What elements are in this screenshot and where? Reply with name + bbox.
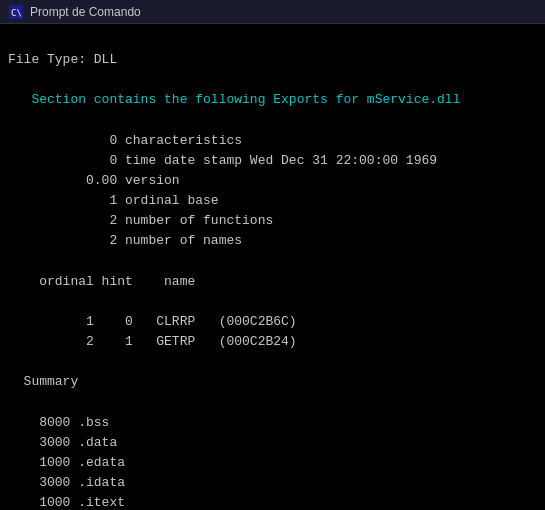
console-area: File Type: DLL Section contains the foll…: [0, 24, 545, 510]
export-row-2: 2 1 GETRP (000C2B24): [8, 332, 537, 352]
export-row-1: 1 0 CLRRP (000C2B6C): [8, 312, 537, 332]
blank-line-6: [8, 352, 537, 372]
timestamp-line: 0 time date stamp Wed Dec 31 22:00:00 19…: [8, 151, 537, 171]
exports-header: Section contains the following Exports f…: [8, 90, 537, 110]
title-bar: C\ Prompt de Comando: [0, 0, 545, 24]
ordinal-base-line: 1 ordinal base: [8, 191, 537, 211]
characteristics-line: 0 characteristics: [8, 131, 537, 151]
blank-line-5: [8, 292, 537, 312]
cmd-icon: C\: [8, 4, 24, 20]
data-line: 3000 .data: [8, 433, 537, 453]
summary-header: Summary: [8, 372, 537, 392]
blank-line-3: [8, 111, 537, 131]
idata-line: 3000 .idata: [8, 473, 537, 493]
blank-line-7: [8, 393, 537, 413]
table-header: ordinal hint name: [8, 272, 537, 292]
blank-line-1: [8, 30, 537, 50]
blank-line-2: [8, 70, 537, 90]
itext-line: 1000 .itext: [8, 493, 537, 510]
bss-line: 8000 .bss: [8, 413, 537, 433]
version-line: 0.00 version: [8, 171, 537, 191]
num-names-line: 2 number of names: [8, 231, 537, 251]
edata-line: 1000 .edata: [8, 453, 537, 473]
svg-text:C\: C\: [11, 8, 22, 18]
num-functions-line: 2 number of functions: [8, 211, 537, 231]
title-bar-text: Prompt de Comando: [30, 5, 141, 19]
file-type-line: File Type: DLL: [8, 50, 537, 70]
blank-line-4: [8, 252, 537, 272]
